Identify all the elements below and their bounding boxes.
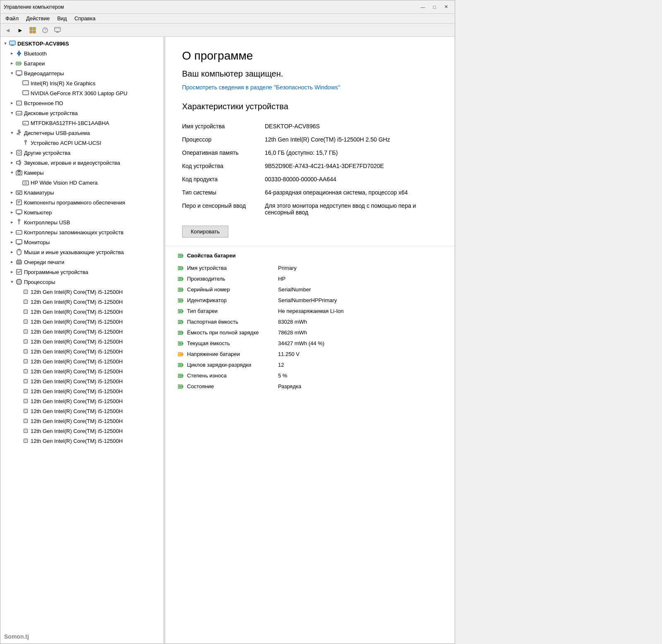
tree-cpu-14[interactable]: ►12th Gen Intel(R) Core(TM) i5-12500H [0,416,163,426]
sidebar-item-intel-gpu[interactable]: ► Intel(R) Iris(R) Xe Graphics [0,78,163,88]
tree-toggle-kb[interactable]: ► [9,189,15,196]
sidebar-item-camera1[interactable]: ► HP Wide Vision HD Camera [0,178,163,187]
svg-rect-48 [19,192,19,192]
tree-toggle-root[interactable]: ▼ [2,40,9,47]
menu-file[interactable]: Файл [2,14,22,22]
battery-section: Свойства батареиИмя устройстваPrimaryПро… [166,246,455,396]
svg-rect-55 [18,214,20,215]
spec-row: Процессор12th Gen Intel(R) Core(TM) i5-1… [182,133,438,146]
tree-toggle-other[interactable]: ► [9,149,15,156]
sidebar-item-proc[interactable]: ▼ Процессоры [0,277,163,287]
tree-toggle-mouse[interactable]: ► [9,249,15,255]
tree-toggle-bat[interactable]: ► [9,60,15,67]
tree-toggle-prog[interactable]: ► [9,269,15,275]
tree-toggle-video[interactable]: ▼ [9,70,15,77]
battery-row-value-3: SerialNumberHPPrimary [278,297,451,303]
sidebar-item-usb1[interactable]: ► Устройство ACPI UCM-UCSI [0,138,163,148]
sidebar-item-usb-ctrl[interactable]: ► Контроллеры USB [0,217,163,227]
security-link[interactable]: Просмотреть сведения в разделе "Безопасн… [182,84,438,92]
sidebar-item-monitors[interactable]: ► Мониторы [0,237,163,247]
tree-toggle-usb[interactable]: ▼ [9,130,15,136]
tree-cpu-4[interactable]: ►12th Gen Intel(R) Core(TM) i5-12500H [0,317,163,327]
cpu11-icon [22,387,29,395]
tree-cpu-5[interactable]: ►12th Gen Intel(R) Core(TM) i5-12500H [0,327,163,336]
svg-rect-85 [24,291,26,293]
sidebar-item-progdev[interactable]: ► Программные устройства [0,267,163,277]
cpu13-label: 12th Gen Intel(R) Core(TM) i5-12500H [31,408,162,414]
battery-row-value-10: 5 % [278,372,451,379]
tree-toggle-sw[interactable]: ► [9,199,15,206]
svg-rect-18 [17,76,21,76]
tree-toggle-bt[interactable]: ► [9,50,15,57]
cpu16-label: 12th Gen Intel(R) Core(TM) i5-12500H [31,438,162,444]
sidebar-item-print[interactable]: ► Очереди печати [0,257,163,267]
tree-toggle-storage[interactable]: ► [9,229,15,235]
tree-toggle-usbctrl[interactable]: ► [9,219,15,226]
sidebar-item-sound[interactable]: ► Звуковые, игровые и видеоустройства [0,158,163,168]
tree-cpu-8[interactable]: ►12th Gen Intel(R) Core(TM) i5-12500H [0,356,163,366]
tree-toggle-disk[interactable]: ▼ [9,110,15,116]
tree-toggle-comp[interactable]: ► [9,209,15,216]
spec-label: Оперативная память [182,149,265,156]
tree-cpu-6[interactable]: ►12th Gen Intel(R) Core(TM) i5-12500H [0,336,163,346]
svg-rect-113 [24,430,26,432]
toolbar-btn-1[interactable] [27,25,38,36]
cpu7-label: 12th Gen Intel(R) Core(TM) i5-12500H [31,348,162,355]
sidebar-item-video[interactable]: ▼ Видеоадаптеры [0,68,163,78]
toolbar-btn-2[interactable]: ? [39,25,51,36]
tree-cpu-2[interactable]: ►12th Gen Intel(R) Core(TM) i5-12500H [0,297,163,307]
tree-toggle-fw[interactable]: ► [9,100,15,106]
svg-rect-51 [17,200,22,205]
sidebar-item-computer[interactable]: ► Компьютер [0,207,163,217]
sidebar-item-storage[interactable]: ► Контроллеры запоминающих устройств [0,227,163,237]
tree-toggle-sound[interactable]: ► [9,159,15,166]
tree-toggle-proc[interactable]: ▼ [9,279,15,285]
sidebar-item-camera[interactable]: ▼ Камеры [0,168,163,178]
toolbar-btn-3[interactable] [52,25,63,36]
svg-rect-93 [24,330,26,332]
tree-cpu-1[interactable]: ►12th Gen Intel(R) Core(TM) i5-12500H [0,287,163,297]
menu-action[interactable]: Действие [23,14,53,22]
tree-cpu-3[interactable]: ►12th Gen Intel(R) Core(TM) i5-12500H [0,307,163,317]
sidebar-item-bluetooth[interactable]: ► Bluetooth [0,48,163,58]
minimize-button[interactable]: — [417,3,428,11]
sidebar-item-other[interactable]: ► Другие устройства [0,148,163,158]
battery-row-value-9: 12 [278,362,451,368]
battery-row-value-4: Не перезаряжаемая Li-Ion [278,308,451,314]
usb-label: Диспетчеры USB-разъема [24,130,162,136]
menu-view[interactable]: Вид [54,14,70,22]
sidebar-item-usb[interactable]: ▼ Диспетчеры USB-разъема [0,128,163,138]
battery-data-row: Циклов зарядки-разрядки12 [174,360,455,370]
tree-toggle-mon[interactable]: ► [9,239,15,245]
forward-button[interactable]: ► [14,25,26,36]
copy-button[interactable]: Копировать [182,226,228,238]
sidebar-item-firmware[interactable]: ► Встроенное ПО [0,98,163,108]
sidebar-item-battery[interactable]: ► Батареи [0,58,163,68]
sidebar-item-mouse[interactable]: ► Мыши и иные указывающие устройства [0,247,163,257]
comp-icon [15,209,23,216]
tree-toggle-print[interactable]: ► [9,259,15,265]
sidebar-item-nvidia-gpu[interactable]: ► NVIDIA GeForce RTX 3060 Laptop GPU [0,88,163,98]
print-icon [15,258,23,266]
tree-cpu-16[interactable]: ►12th Gen Intel(R) Core(TM) i5-12500H [0,436,163,446]
tree-root[interactable]: ▼ DESKTOP-ACV896S [0,38,163,48]
tree-cpu-12[interactable]: ►12th Gen Intel(R) Core(TM) i5-12500H [0,396,163,406]
sidebar-item-disk1[interactable]: ► MTFDKBA512TFH-1BC1AABHA [0,118,163,128]
spec-table: Имя устройстваDESKTOP-ACV896SПроцессор12… [182,120,438,219]
tree-cpu-7[interactable]: ►12th Gen Intel(R) Core(TM) i5-12500H [0,346,163,356]
maximize-button[interactable]: □ [429,3,440,11]
svg-rect-46 [16,191,22,195]
tree-cpu-11[interactable]: ►12th Gen Intel(R) Core(TM) i5-12500H [0,386,163,396]
tree-cpu-13[interactable]: ►12th Gen Intel(R) Core(TM) i5-12500H [0,406,163,416]
close-button[interactable]: ✕ [441,3,451,11]
tree-cpu-9[interactable]: ►12th Gen Intel(R) Core(TM) i5-12500H [0,366,163,376]
sidebar-item-keyboard[interactable]: ► Клавиатуры [0,187,163,197]
menu-help[interactable]: Справка [71,14,99,22]
back-button[interactable]: ◄ [2,25,14,36]
tree-cpu-15[interactable]: ►12th Gen Intel(R) Core(TM) i5-12500H [0,426,163,436]
sidebar-item-disk[interactable]: ▼ Дисковые устройства [0,108,163,118]
spec-row: Тип системы64-разрядная операционная сис… [182,186,438,199]
tree-cpu-10[interactable]: ►12th Gen Intel(R) Core(TM) i5-12500H [0,376,163,386]
sidebar-item-software[interactable]: ► Компоненты программного обеспечения [0,197,163,207]
tree-toggle-camera[interactable]: ▼ [9,169,15,176]
